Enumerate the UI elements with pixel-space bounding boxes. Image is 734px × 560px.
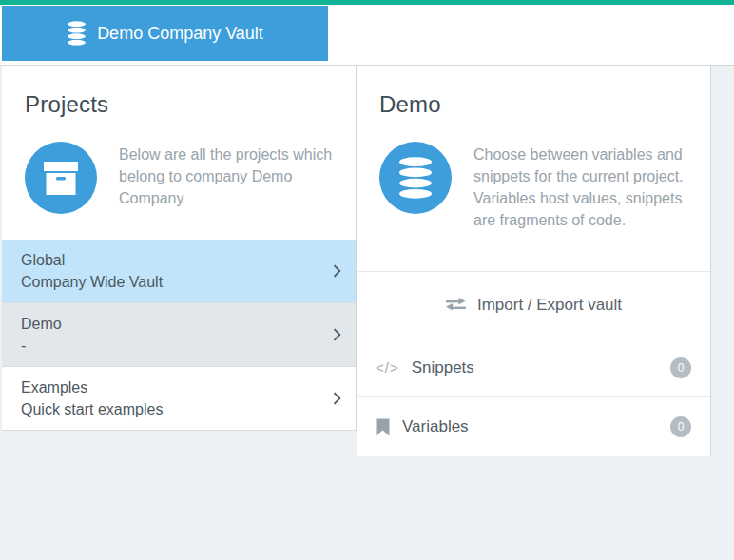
projects-title: Projects xyxy=(25,91,333,118)
header-bar: Demo Company Vault xyxy=(0,5,734,66)
database-icon xyxy=(67,21,87,46)
projects-intro: Below are all the projects which belong … xyxy=(25,142,333,214)
import-export-label: Import / Export vault xyxy=(477,296,622,315)
bookmark-icon xyxy=(376,418,390,436)
snippets-label: Snippets xyxy=(412,358,474,377)
project-item-global[interactable]: Global Company Wide Vault xyxy=(2,240,356,303)
project-item-subtitle: Quick start examples xyxy=(21,398,318,420)
vault-tab-label: Demo Company Vault xyxy=(97,24,263,44)
project-item-title: Demo xyxy=(21,313,318,335)
chevron-right-icon xyxy=(333,392,341,405)
archive-box-icon xyxy=(25,142,97,214)
snippets-count-badge: 0 xyxy=(670,357,691,378)
project-item-examples[interactable]: Examples Quick start examples xyxy=(2,367,356,431)
import-export-button[interactable]: Import / Export vault xyxy=(357,272,710,338)
project-item-subtitle: - xyxy=(21,335,318,357)
vault-tab[interactable]: Demo Company Vault xyxy=(2,6,328,61)
content-area: Projects Below are all the projects whic… xyxy=(0,66,734,559)
project-item-title: Global xyxy=(21,249,318,271)
variables-count-badge: 0 xyxy=(670,416,691,437)
import-export-arrows-icon xyxy=(445,298,467,312)
detail-panel-head: Demo Choose between variables and snippe… xyxy=(357,66,710,272)
variables-row[interactable]: Variables 0 xyxy=(357,397,710,456)
project-item-demo[interactable]: Demo - xyxy=(2,303,356,367)
project-item-title: Examples xyxy=(21,377,318,398)
projects-panel: Projects Below are all the projects whic… xyxy=(2,66,357,431)
project-item-subtitle: Company Wide Vault xyxy=(21,271,318,293)
chevron-right-icon xyxy=(333,328,341,341)
projects-description: Below are all the projects which belong … xyxy=(119,142,333,214)
detail-title: Demo xyxy=(379,91,687,118)
variables-label: Variables xyxy=(402,417,469,436)
detail-description: Choose between variables and snippets fo… xyxy=(473,142,687,231)
detail-intro: Choose between variables and snippets fo… xyxy=(379,142,687,231)
projects-panel-head: Projects Below are all the projects whic… xyxy=(2,66,356,240)
project-detail-panel: Demo Choose between variables and snippe… xyxy=(357,66,711,456)
chevron-right-icon xyxy=(333,264,341,278)
code-icon: </> xyxy=(376,359,399,376)
database-icon xyxy=(379,142,452,214)
snippets-row[interactable]: </> Snippets 0 xyxy=(357,338,710,397)
app-window: Demo Company Vault Projects Below are al… xyxy=(0,0,734,560)
